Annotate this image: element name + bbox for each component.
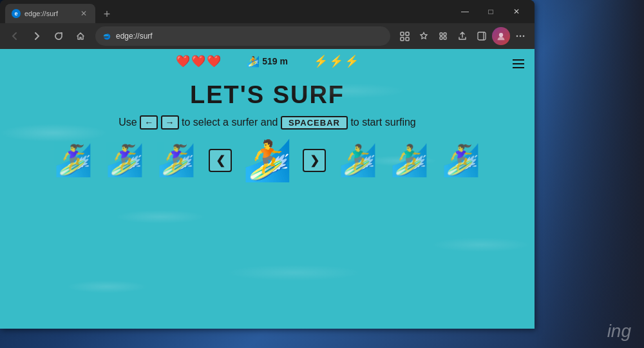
heart-3: ❤️ (207, 54, 221, 68)
grid-icon[interactable] (395, 27, 413, 45)
minimize-button[interactable]: — (452, 0, 478, 23)
surfer-3: 🏄‍♀️ (157, 145, 196, 176)
right-nav-button[interactable]: ❯ (303, 149, 326, 172)
svg-rect-6 (440, 37, 442, 39)
game-content: ❤️ ❤️ ❤️ 🏄 519 m ⚡ ⚡ ⚡ LET'S SURF (0, 49, 535, 329)
bolt-2: ⚡ (329, 54, 343, 68)
svg-rect-4 (440, 33, 442, 35)
subtitle-part1: Use (118, 117, 140, 128)
surfer-1: 🏄‍♀️ (54, 145, 93, 176)
svg-point-12 (523, 35, 525, 37)
svg-point-10 (516, 35, 518, 37)
spacebar-key: SPACEBAR (281, 116, 348, 130)
svg-point-11 (520, 35, 522, 37)
desktop-overlay (535, 0, 644, 348)
more-button[interactable] (511, 27, 529, 45)
close-button[interactable]: ✕ (504, 0, 529, 23)
window-controls: — □ ✕ (452, 0, 529, 23)
forward-button[interactable] (27, 27, 46, 45)
tab-title: edge://surf (24, 10, 75, 17)
share-icon[interactable] (453, 27, 471, 45)
left-nav-button[interactable]: ❮ (209, 149, 232, 172)
browser-tab[interactable]: e edge://surf ✕ (5, 4, 95, 23)
address-text: edge://surf (116, 32, 384, 41)
svg-rect-8 (478, 32, 486, 40)
svg-rect-7 (444, 37, 446, 39)
surfer-selection: 🏄‍♀️ 🏄‍♀️ 🏄‍♀️ ❮ 🏄 ❯ 🏄‍♂️ 🏄‍♂️ 🏄‍♀️ (0, 142, 535, 179)
distance-value: 519 m (262, 56, 288, 66)
surfer-7: 🏄‍♀️ (442, 145, 480, 176)
game-subtitle: Use ← → to select a surfer and SPACEBAR … (0, 115, 535, 130)
profile-button[interactable] (492, 27, 510, 45)
surfer-4-selected: 🏄 (243, 140, 292, 180)
hamburger-menu[interactable] (513, 59, 524, 71)
collections-icon[interactable] (434, 27, 452, 45)
distance-display: 🏄 519 m (247, 55, 288, 68)
toolbar: edge://surf (0, 23, 535, 49)
svg-rect-1 (406, 32, 409, 35)
subtitle-part2: to select a surfer and (182, 117, 281, 128)
bolt-3: ⚡ (345, 54, 359, 68)
title-bar: e edge://surf ✕ + — □ ✕ (0, 0, 535, 23)
bolt-1: ⚡ (314, 54, 328, 68)
home-button[interactable] (71, 27, 90, 45)
new-tab-button[interactable]: + (98, 5, 116, 23)
right-arrow-key: → (161, 115, 179, 130)
distance-icon: 🏄 (247, 55, 260, 68)
address-bar[interactable]: edge://surf (95, 26, 390, 46)
partial-text-overlay: ing (607, 321, 631, 342)
maximize-button[interactable]: □ (478, 0, 504, 23)
game-title: LET'S SURF (0, 81, 535, 109)
surfer-5: 🏄‍♂️ (339, 145, 377, 176)
toolbar-icons (395, 27, 529, 45)
back-button[interactable] (5, 27, 24, 45)
bolts-display: ⚡ ⚡ ⚡ (314, 54, 359, 68)
svg-rect-2 (401, 37, 404, 41)
edge-logo-icon (102, 31, 112, 41)
tab-area: e edge://surf ✕ + (5, 0, 450, 23)
surfer-2: 🏄‍♀️ (106, 145, 144, 176)
sidebar-icon[interactable] (473, 27, 491, 45)
tab-favicon: e (12, 9, 21, 18)
surfer-6: 🏄‍♂️ (390, 145, 429, 176)
svg-rect-0 (401, 32, 404, 35)
svg-point-9 (499, 33, 503, 37)
favorites-icon[interactable] (415, 27, 433, 45)
desktop: e edge://surf ✕ + — □ ✕ (0, 0, 644, 348)
left-arrow-key: ← (140, 115, 158, 130)
svg-rect-5 (444, 33, 446, 35)
subtitle-part3: to start surfing (350, 117, 415, 128)
refresh-button[interactable] (49, 27, 68, 45)
game-hud: ❤️ ❤️ ❤️ 🏄 519 m ⚡ ⚡ ⚡ (0, 54, 535, 68)
hearts-display: ❤️ ❤️ ❤️ (176, 54, 221, 68)
heart-1: ❤️ (176, 54, 190, 68)
tab-close-button[interactable]: ✕ (79, 8, 89, 19)
svg-rect-3 (406, 37, 409, 41)
heart-2: ❤️ (191, 54, 205, 68)
browser-window: e edge://surf ✕ + — □ ✕ (0, 0, 535, 329)
